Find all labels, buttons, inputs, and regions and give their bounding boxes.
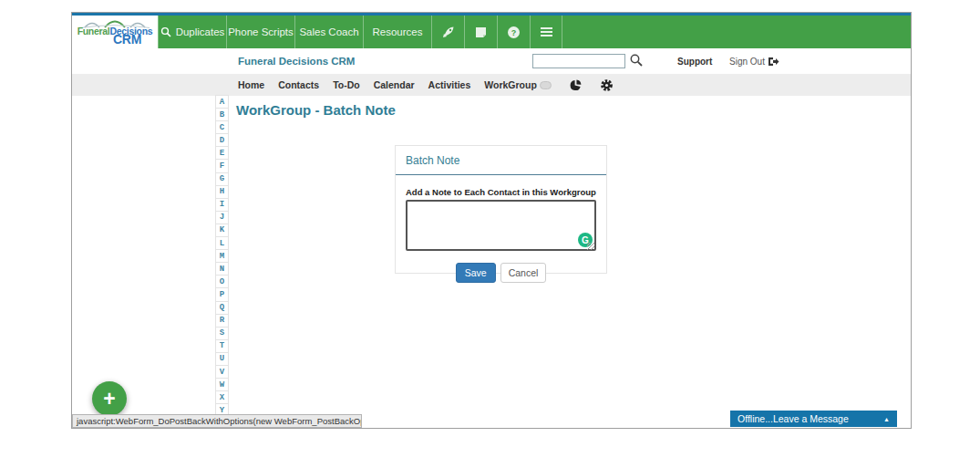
note-icon [474,26,488,39]
save-button[interactable]: Save [456,263,496,283]
note-textarea[interactable] [406,200,596,251]
chevron-up-icon: ▲ [883,416,890,422]
secondary-header: Funeral Decisions CRM Support Sign Out [72,48,911,74]
brand-title: Funeral Decisions CRM [238,56,355,67]
svg-text:?: ? [511,27,517,36]
topnav-item-resources[interactable]: Resources [363,16,431,48]
search-submit-icon[interactable] [629,53,644,68]
subnav-items: Home Contacts To-Do Calendar Activities … [238,79,537,90]
alphabet-letter-l[interactable]: L [215,237,229,250]
alphabet-letter-d[interactable]: D [215,134,229,147]
help-button[interactable]: ? [497,16,530,48]
alphabet-letter-m[interactable]: M [215,250,229,263]
alphabet-letter-b[interactable]: B [215,109,229,121]
topnav-item-phone-scripts[interactable]: Phone Scripts [226,16,294,48]
subnav-item-home[interactable]: Home [238,79,264,90]
page-title: WorkGroup - Batch Note [236,102,396,118]
search-input[interactable] [532,54,625,68]
textarea-wrap: G [406,200,596,255]
alphabet-letter-n[interactable]: N [215,263,229,276]
app-window: FuneralDecisions CRM Duplicates Phone Sc… [71,12,912,429]
alphabet-letter-r[interactable]: R [215,315,229,328]
rocket-icon [441,25,456,39]
workgroup-badge [540,81,552,89]
alphabet-letter-g[interactable]: G [215,173,229,186]
subnav-item-calendar[interactable]: Calendar [374,79,415,90]
chat-offline-label: Offline...Leave a Message [738,413,849,424]
alphabet-letter-q[interactable]: Q [215,302,229,315]
alphabet-letter-w[interactable]: W [215,379,229,391]
alphabet-letter-o[interactable]: O [215,276,229,288]
alphabet-letter-h[interactable]: H [215,186,229,199]
alphabet-letter-e[interactable]: E [215,147,229,160]
alphabet-index: A B C D E F G H I J K L M N O P [215,95,229,429]
alphabet-letter-p[interactable]: P [215,288,229,301]
logo-text: FuneralDecisions CRM [76,26,154,44]
subnav-item-workgroup[interactable]: WorkGroup [484,79,537,90]
support-link[interactable]: Support [677,57,712,67]
search-icon [160,26,171,37]
alphabet-letter-k[interactable]: K [215,224,229,237]
panel-title: Batch Note [406,154,596,167]
subnav-item-to-do[interactable]: To-Do [333,79,360,90]
button-row: Save Cancel [396,263,606,283]
topnav-item-sales-coach[interactable]: Sales Coach [294,16,363,48]
primary-nav: FuneralDecisions CRM Duplicates Phone Sc… [72,16,911,48]
alphabet-letter-v[interactable]: V [215,366,229,379]
alphabet-letter-x[interactable]: X [215,391,229,404]
topnav-items: Duplicates Phone Scripts Sales Coach Res… [158,16,431,48]
hamburger-icon [540,26,553,37]
alphabet-letter-i[interactable]: I [215,199,229,212]
gear-icon[interactable] [600,78,614,92]
announcements-button[interactable] [431,16,464,48]
alphabet-letter-j[interactable]: J [215,212,229,224]
alphabet-letter-t[interactable]: T [215,340,229,353]
status-link-preview: javascript:WebForm_DoPostBackWithOptions… [72,414,362,428]
signout-link[interactable]: Sign Out [729,57,779,67]
alphabet-letter-c[interactable]: C [215,121,229,134]
add-button[interactable]: + [92,381,127,416]
topnav-item-duplicates[interactable]: Duplicates [158,16,226,48]
pie-chart-icon[interactable] [569,78,583,92]
subnav-item-activities[interactable]: Activities [428,79,471,90]
help-icon: ? [507,26,521,39]
cancel-button[interactable]: Cancel [500,263,547,283]
subnav-item-contacts[interactable]: Contacts [278,79,319,90]
alphabet-letter-s[interactable]: S [215,328,229,340]
alphabet-letter-f[interactable]: F [215,160,229,172]
menu-button[interactable] [530,16,562,48]
grammarly-icon[interactable]: G [578,233,593,247]
batch-note-panel: Batch Note Add a Note to Each Contact in… [395,145,607,274]
logo[interactable]: FuneralDecisions CRM [72,16,158,48]
note-label: Add a Note to Each Contact in this Workg… [406,187,596,197]
alphabet-letter-a[interactable]: A [215,96,229,109]
chat-offline-bar[interactable]: Offline...Leave a Message ▲ [730,411,897,427]
alphabet-letter-u[interactable]: U [215,353,229,366]
tertiary-nav: Home Contacts To-Do Calendar Activities … [72,74,911,96]
notes-button[interactable] [464,16,497,48]
panel-divider [396,174,606,175]
signout-icon [768,57,779,67]
